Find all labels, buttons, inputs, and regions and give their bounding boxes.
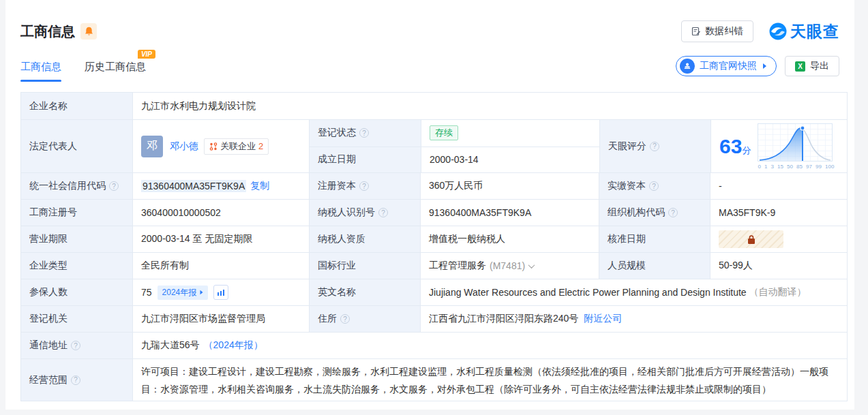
table-row: 企业类型 全民所有制 国标行业 工程管理服务 (M7481) 人员规模 50-9… [21, 252, 847, 279]
score-unit: 分 [742, 145, 751, 155]
score-label: 天眼评分 [608, 140, 646, 153]
english-name-label: 英文名称 [309, 279, 420, 305]
help-icon[interactable]: ? [378, 208, 388, 217]
help-icon[interactable]: ? [359, 181, 369, 191]
help-icon[interactable]: ? [650, 142, 659, 151]
industry-value-cell[interactable]: 工程管理服务 (M7481) [420, 253, 599, 279]
business-scope-value-cell: 许可项目：建设工程设计，建设工程勘察，测绘服务，水利工程建设监理，水利工程质量检… [132, 359, 847, 401]
related-companies-badge[interactable]: 关联企业 2 [204, 138, 269, 155]
credit-code-label-cell: 统一社会信用代码 ? [21, 173, 132, 199]
reg-number-label: 工商注册号 [21, 200, 132, 226]
help-icon[interactable]: ? [359, 128, 369, 138]
document-edit-icon [691, 27, 701, 36]
business-scope-value: 许可项目：建设工程设计，建设工程勘察，测绘服务，水利工程建设监理，水利工程质量检… [141, 359, 839, 401]
mail-address-label-cell: 通信地址 ? [21, 333, 132, 358]
taxpayer-quality-label: 纳税人资质 [309, 226, 420, 252]
taxpayer-id-label: 纳税人识别号 [318, 206, 375, 219]
data-correction-label: 数据纠错 [705, 25, 743, 37]
active-tab-underline [20, 80, 61, 82]
export-label: 导出 [810, 60, 829, 72]
tab-business-info[interactable]: 工商信息 [20, 61, 61, 82]
bell-curve-chart [758, 123, 834, 163]
reg-authority-label: 登记机关 [21, 306, 132, 332]
tab-bar: 工商信息 历史工商信息 VIP 工商官网快照 [5, 42, 854, 82]
reg-authority-value: 九江市浔阳区市场监督管理局 [132, 306, 309, 332]
chevron-down-icon[interactable] [528, 262, 535, 268]
insured-count-label: 参保人数 [21, 279, 132, 305]
trend-chart-icon [217, 288, 225, 296]
legal-rep-avatar[interactable]: 邓 [141, 136, 163, 157]
taxpayer-quality-value: 增值税一般纳税人 [420, 226, 599, 252]
lock-icon [747, 234, 756, 245]
help-icon[interactable]: ? [649, 181, 659, 191]
table-row: 登记机关 九江市浔阳区市场监督管理局 住所 ? 江西省九江市浔阳区浔阳东路240… [21, 305, 847, 332]
legal-rep-name-link[interactable]: 邓小德 [170, 140, 198, 153]
tianyancha-logo[interactable]: 天眼查 [768, 21, 839, 42]
bell-icon [85, 27, 93, 36]
tab-history-business-info[interactable]: 历史工商信息 VIP [85, 61, 146, 82]
org-chart-icon [209, 142, 218, 151]
arrow-right-icon [200, 290, 203, 294]
paid-capital-label-cell: 实缴资本 ? [599, 173, 710, 199]
business-info-table: 企业名称 九江市水利电力规划设计院 法定代表人 邓 邓小德 关联企业 [20, 92, 848, 401]
company-name-value: 九江市水利电力规划设计院 [132, 93, 847, 119]
tab-label: 历史工商信息 [85, 61, 146, 72]
address-value: 江西省九江市浔阳区浔阳东路240号 [429, 313, 578, 325]
help-icon[interactable]: ? [71, 341, 80, 350]
table-row: 法定代表人 邓 邓小德 关联企业 2 [21, 119, 847, 172]
locked-value[interactable] [719, 230, 783, 248]
related-companies-label: 关联企业 [220, 140, 256, 153]
reg-capital-label: 注册资本 [318, 180, 356, 192]
table-row: 经营范围 ? 许可项目：建设工程设计，建设工程勘察，测绘服务，水利工程建设监理，… [21, 358, 847, 401]
official-snapshot-button[interactable]: 工商官网快照 [676, 56, 777, 76]
industry-code: (M7481) [490, 260, 525, 271]
industry-label: 国标行业 [309, 253, 420, 279]
establish-date-value: 2000-03-14 [421, 147, 599, 173]
annual-report-label: 2024年报 [162, 287, 197, 298]
help-icon[interactable]: ? [668, 208, 678, 217]
annual-report-badge[interactable]: 2024年报 [158, 286, 209, 300]
help-icon[interactable]: ? [340, 314, 350, 324]
annual-report-link[interactable]: （2024年报） [204, 339, 263, 352]
business-term-label: 营业期限 [21, 226, 132, 252]
reg-number-value: 360400010000502 [132, 200, 309, 226]
page-title: 工商信息 [20, 22, 75, 41]
business-scope-label-cell: 经营范围 ? [21, 359, 132, 401]
company-name-label: 企业名称 [21, 93, 132, 119]
status-badge: 存续 [430, 125, 458, 140]
paid-capital-label: 实缴资本 [608, 180, 646, 192]
trend-chart-button[interactable] [213, 285, 228, 300]
tab-label: 工商信息 [20, 61, 61, 72]
taxpayer-id-label-cell: 纳税人识别号 ? [309, 200, 420, 226]
score-number: 63 [719, 135, 742, 157]
header: 工商信息 数据纠错 [5, 0, 854, 42]
table-row: 通信地址 ? 九瑞大道56号 （2024年报） [21, 332, 847, 358]
legal-rep-cell: 邓 邓小德 关联企业 2 [132, 120, 309, 172]
tianyancha-eye-icon [768, 22, 788, 41]
score-distribution-chart: 0131550859799100 [758, 123, 834, 170]
industry-value: 工程管理服务 [429, 260, 486, 272]
excel-icon: X [795, 61, 805, 72]
credit-code-value-cell: 91360400MA35FT9K9A 复制 [132, 173, 309, 199]
table-row: 工商注册号 360400010000502 纳税人识别号 ? 91360400M… [21, 199, 847, 226]
staff-size-value: 50-99人 [710, 253, 847, 279]
help-icon[interactable]: ? [109, 181, 119, 191]
score-value-cell: 63分 [710, 120, 847, 172]
org-code-label-cell: 组织机构代码 ? [599, 200, 710, 226]
export-button[interactable]: X 导出 [785, 56, 839, 76]
copy-button[interactable]: 复制 [250, 180, 269, 192]
nearby-companies-link[interactable]: 附近公司 [584, 313, 622, 325]
taxpayer-id-value: 91360400MA35FT9K9A [420, 200, 599, 226]
data-correction-button[interactable]: 数据纠错 [681, 20, 753, 42]
table-row: 营业期限 2000-03-14 至 无固定期限 纳税人资质 增值税一般纳税人 核… [21, 226, 847, 252]
mail-address-label: 通信地址 [29, 339, 68, 352]
stamp-icon [680, 59, 695, 74]
score-label-cell: 天眼评分 ? [599, 120, 710, 172]
table-row: 参保人数 75 2024年报 英文名称 Jiujiang Water Reso [21, 279, 847, 305]
help-icon[interactable]: ? [71, 375, 80, 385]
mail-address-value: 九瑞大道56号 [141, 339, 200, 352]
approval-date-value-cell [710, 226, 847, 252]
subscribe-bell-button[interactable] [80, 23, 97, 40]
address-label-cell: 住所 ? [309, 306, 420, 332]
staff-size-label: 人员规模 [599, 253, 710, 279]
